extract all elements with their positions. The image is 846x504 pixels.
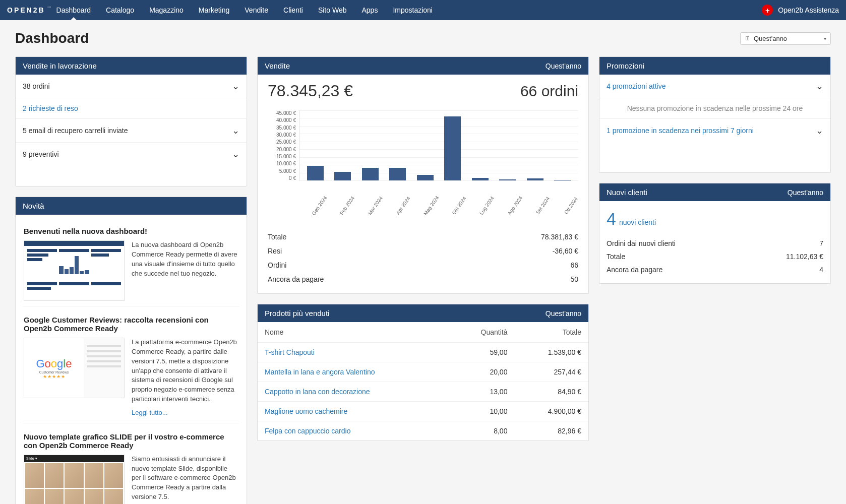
period-selector[interactable]: 🗓 Quest'anno (740, 32, 831, 45)
product-name-link[interactable]: Cappotto in lana con decorazione (258, 382, 451, 402)
chevron-down-icon: ⌄ (816, 81, 823, 92)
chart-bar[interactable] (384, 110, 412, 180)
new-clients-count: 4 (607, 209, 616, 229)
calendar-icon: 🗓 (745, 35, 751, 42)
product-total: 84,90 € (514, 382, 588, 402)
table-header: Quantità (451, 322, 515, 343)
y-tick-label: 20.000 € (268, 147, 296, 152)
product-name-link[interactable]: T-shirt Chapouti (258, 343, 451, 362)
list-item: Nessuna promozione in scadenza nelle pro… (599, 98, 830, 119)
products-table: NomeQuantitàTotale T-shirt Chapouti59,00… (258, 322, 588, 440)
news-text: Siamo entusiasti di annunciare il nuovo … (132, 455, 238, 504)
stat-value: 11.102,63 € (786, 253, 823, 261)
stat-row: Resi-36,60 € (268, 244, 578, 258)
nav-item-catalogo[interactable]: Catalogo (106, 1, 134, 20)
nav-item-clienti[interactable]: Clienti (283, 1, 303, 20)
list-item[interactable]: 2 richieste di reso (16, 98, 247, 119)
news-thumbnail[interactable] (24, 240, 125, 301)
list-item[interactable]: 1 promozione in scadenza nei prossimi 7 … (599, 119, 830, 142)
assistance-button[interactable]: + Open2b Assistenza (762, 5, 839, 16)
nav-item-magazzino[interactable]: Magazzino (149, 1, 184, 20)
y-tick-label: 10.000 € (268, 161, 296, 166)
news-thumbnail[interactable]: GoogleCustomer Reviews★★★★★ (24, 338, 125, 398)
chart-bar[interactable] (329, 110, 357, 180)
panel-period: Quest'anno (546, 309, 581, 318)
product-qty: 10,00 (451, 402, 515, 421)
nav-item-dashboard[interactable]: Dashboard (56, 1, 91, 20)
stat-value: 66 (570, 261, 578, 269)
chevron-down-icon: ⌄ (232, 125, 239, 136)
nav-item-sito-web[interactable]: Sito Web (318, 1, 347, 20)
y-tick-label: 15.000 € (268, 154, 296, 159)
sales-total-amount: 78.345,23 € (268, 82, 353, 100)
stat-label: Resi (268, 247, 282, 255)
product-name-link[interactable]: Maglione uomo cachemire (258, 402, 451, 421)
list-item-label: 2 richieste di reso (23, 104, 78, 112)
nav-item-impostazioni[interactable]: Impostazioni (393, 1, 433, 20)
product-name-link[interactable]: Mantella in lana e angora Valentino (258, 362, 451, 382)
new-clients-count-row[interactable]: 4 nuovi clienti (599, 201, 830, 234)
chart-bar[interactable] (549, 110, 577, 180)
list-item-label: Nessuna promozione in scadenza nelle pro… (627, 104, 803, 112)
table-row[interactable]: Mantella in lana e angora Valentino20,00… (258, 362, 588, 382)
stat-value: 50 (570, 275, 578, 283)
chart-bar[interactable] (301, 110, 329, 180)
chevron-down-icon: ⌄ (232, 149, 239, 160)
top-nav: OPEN2B◦◦◦ DashboardCatalogoMagazzinoMark… (0, 0, 846, 20)
y-tick-label: 25.000 € (268, 139, 296, 145)
list-item-label: 38 ordini (23, 82, 50, 90)
news-text: La nuova dashboard di Open2b Commerce Re… (132, 240, 238, 301)
table-row[interactable]: Felpa con cappuccio cardio8,0082,96 € (258, 421, 588, 441)
stat-row: Ordini66 (268, 258, 578, 272)
news-text: La piattaforma e-commerce Open2b Commerc… (132, 338, 238, 418)
product-total: 4.900,00 € (514, 402, 588, 421)
panel-period: Quest'anno (788, 188, 823, 197)
chart-bar[interactable] (411, 110, 439, 180)
table-row[interactable]: Cappotto in lana con decorazione13,0084,… (258, 382, 588, 402)
chart-bar[interactable] (494, 110, 522, 180)
sales-chart: 45.000 €40.000 €35.000 €30.000 €25.000 €… (258, 105, 588, 215)
news-thumbnail[interactable]: Slide ▾ (24, 455, 125, 504)
table-row[interactable]: T-shirt Chapouti59,001.539,00 € (258, 343, 588, 362)
stat-value: -36,60 € (553, 247, 578, 255)
stat-label: Ordini (268, 261, 286, 269)
table-row[interactable]: Maglione uomo cachemire10,004.900,00 € (258, 402, 588, 421)
list-item-label: 1 promozione in scadenza nei prossimi 7 … (607, 127, 754, 135)
panel-title: Vendite (265, 61, 290, 70)
list-item[interactable]: 5 email di recupero carrelli inviate⌄ (16, 119, 247, 143)
nav-item-apps[interactable]: Apps (361, 1, 378, 20)
panel-title: Nuovi clienti (607, 188, 647, 197)
chart-bar[interactable] (521, 110, 549, 180)
brand-logo[interactable]: OPEN2B◦◦◦ (7, 6, 45, 14)
panel-title: Vendite in lavorazione (23, 61, 97, 70)
stat-label: Totale (268, 233, 286, 241)
y-tick-label: 35.000 € (268, 125, 296, 131)
assistance-label: Open2b Assistenza (778, 6, 839, 14)
product-qty: 20,00 (451, 362, 515, 382)
sales-order-count: 66 ordini (520, 83, 578, 100)
list-item[interactable]: 9 preventivi⌄ (16, 143, 247, 166)
nav-item-marketing[interactable]: Marketing (199, 1, 229, 20)
panel-vendite-lavorazione: Vendite in lavorazione 38 ordini⌄2 richi… (15, 56, 247, 186)
list-item[interactable]: 4 promozioni attive⌄ (599, 75, 830, 98)
stat-row: Ancora da pagare4 (607, 263, 823, 276)
list-item[interactable]: 38 ordini⌄ (16, 75, 247, 98)
read-more-link[interactable]: Leggi tutto... (132, 408, 168, 418)
stat-label: Ancora da pagare (268, 275, 324, 283)
news-title: Google Customer Reviews: raccolta recens… (23, 316, 239, 333)
assistance-badge-icon: + (762, 5, 773, 16)
chart-bar[interactable] (439, 110, 467, 180)
product-name-link[interactable]: Felpa con cappuccio cardio (258, 421, 451, 441)
nav-items: DashboardCatalogoMagazzinoMarketingVendi… (56, 1, 433, 20)
product-total: 257,44 € (514, 362, 588, 382)
chart-bar[interactable] (356, 110, 384, 180)
panel-promozioni: Promozioni 4 promozioni attive⌄Nessuna p… (599, 56, 831, 173)
stat-label: Ordini dai nuovi clienti (607, 239, 676, 247)
list-item-label: 9 preventivi (23, 150, 59, 158)
chart-bar[interactable] (466, 110, 494, 180)
product-total: 82,96 € (514, 421, 588, 441)
news-item: Google Customer Reviews: raccolta recens… (23, 306, 239, 423)
panel-title: Promozioni (607, 61, 644, 70)
stat-row: Totale78.381,83 € (268, 230, 578, 244)
nav-item-vendite[interactable]: Vendite (245, 1, 268, 20)
